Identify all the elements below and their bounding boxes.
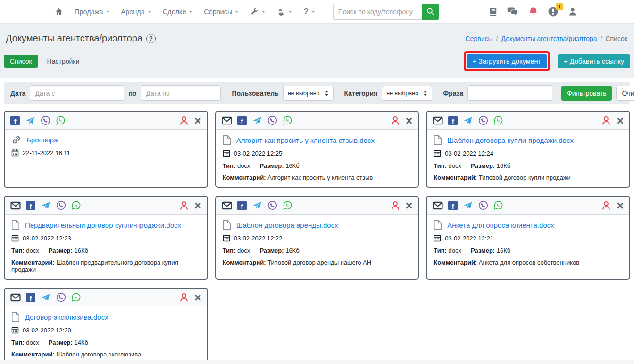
- email-share-icon[interactable]: [10, 201, 21, 210]
- title-help-icon[interactable]: ?: [146, 34, 156, 43]
- category-select[interactable]: не выбрано: [382, 86, 432, 101]
- telegram-share-icon[interactable]: [41, 293, 51, 302]
- close-icon[interactable]: ×: [194, 201, 201, 210]
- close-icon[interactable]: ×: [617, 201, 624, 210]
- whatsapp-share-icon[interactable]: [283, 116, 292, 125]
- comment-row: Комментарий: Типовой договор аренды наше…: [223, 259, 412, 266]
- breadcrumb-item[interactable]: Сервисы: [466, 35, 493, 42]
- nav-item[interactable]: Продажа: [75, 8, 110, 16]
- email-share-icon[interactable]: [222, 201, 232, 210]
- meta-row: Тип: docx Размер: 16Кб: [434, 162, 623, 169]
- telegram-share-icon[interactable]: [252, 201, 262, 210]
- owner-icon[interactable]: [179, 200, 189, 211]
- email-share-icon[interactable]: [222, 116, 232, 125]
- wrench-icon[interactable]: [250, 8, 265, 16]
- owner-icon[interactable]: [601, 116, 611, 126]
- document-link[interactable]: Пердварительный договор купли-продажи.do…: [25, 221, 181, 229]
- email-share-icon[interactable]: [433, 116, 443, 125]
- updown-icon: [325, 90, 329, 97]
- journal-icon[interactable]: [489, 7, 497, 17]
- facebook-share-icon[interactable]: f: [26, 293, 35, 302]
- email-share-icon[interactable]: [433, 201, 443, 210]
- nav-item[interactable]: Аренда: [121, 8, 151, 16]
- phrase-input[interactable]: [467, 85, 552, 101]
- file-icon: [223, 220, 231, 230]
- whatsapp-share-icon[interactable]: [493, 116, 503, 125]
- document-link[interactable]: Шаблон договора аренды.docx: [236, 221, 338, 229]
- help-menu[interactable]: ?: [303, 7, 315, 17]
- tab-settings[interactable]: Настройки: [41, 55, 86, 68]
- facebook-share-icon[interactable]: f: [237, 116, 247, 125]
- date-to-input[interactable]: [141, 85, 221, 101]
- whatsapp-share-icon[interactable]: [71, 200, 81, 210]
- search-button[interactable]: [422, 4, 439, 20]
- document-date: 03-02-2022 12:25: [234, 150, 283, 157]
- close-icon[interactable]: ×: [194, 116, 201, 125]
- telegram-share-icon[interactable]: [41, 201, 51, 210]
- user-select[interactable]: не выбрано: [283, 86, 334, 101]
- email-share-icon[interactable]: [10, 293, 21, 302]
- tab-list[interactable]: Список: [4, 55, 38, 68]
- breadcrumb-separator: /: [496, 35, 498, 42]
- close-icon[interactable]: ×: [194, 293, 201, 302]
- gear-icon[interactable]: [276, 7, 292, 16]
- telegram-share-icon[interactable]: [252, 116, 262, 125]
- phrase-label: Фраза: [443, 90, 463, 97]
- home-icon[interactable]: [55, 8, 63, 16]
- viber-share-icon[interactable]: [267, 200, 277, 210]
- calendar-icon: [223, 149, 230, 157]
- owner-icon[interactable]: [179, 292, 189, 303]
- main-content: Дата по Пользователь не выбрано Категори…: [0, 78, 634, 360]
- viber-share-icon[interactable]: [56, 292, 66, 302]
- whatsapp-share-icon[interactable]: [493, 200, 503, 210]
- add-link-button[interactable]: + Добавить ссылку: [558, 54, 630, 68]
- comment-text: Анкета для опросов собственников: [479, 259, 579, 266]
- alert-icon[interactable]: 1: [548, 6, 559, 17]
- telegram-share-icon[interactable]: [463, 116, 473, 125]
- whatsapp-share-icon[interactable]: [71, 292, 81, 302]
- viber-share-icon[interactable]: [41, 116, 50, 125]
- document-link[interactable]: Шаблон договора купли-продажи.docx: [447, 136, 574, 144]
- facebook-share-icon[interactable]: f: [10, 116, 20, 125]
- size-value: 16Кб: [75, 247, 88, 254]
- card-body: Шаблон договора купли-продажи.docx 03-02…: [427, 130, 629, 187]
- viber-share-icon[interactable]: [56, 200, 66, 210]
- close-icon[interactable]: ×: [617, 116, 624, 125]
- telegram-share-icon[interactable]: [463, 201, 473, 210]
- document-link[interactable]: Анкета для опроса клиента.docx: [447, 221, 554, 229]
- document-link[interactable]: Алгорит как просить у клиента отзыв.docx: [236, 136, 375, 144]
- document-link[interactable]: Договор эксклюзива.docx: [25, 313, 108, 321]
- document-link[interactable]: Брошюра: [26, 136, 58, 144]
- close-icon[interactable]: ×: [406, 201, 413, 210]
- search-group: [333, 4, 439, 20]
- breadcrumb-item[interactable]: Документы агентства/риэлтора: [501, 35, 597, 42]
- owner-icon[interactable]: [390, 116, 400, 126]
- facebook-share-icon[interactable]: f: [237, 201, 247, 210]
- help-menu-label: ?: [303, 7, 308, 17]
- search-input[interactable]: [333, 4, 422, 20]
- viber-share-icon[interactable]: [267, 116, 277, 125]
- facebook-share-icon[interactable]: f: [26, 201, 35, 210]
- upload-document-button[interactable]: + Загрузить документ: [467, 54, 548, 68]
- viber-share-icon[interactable]: [478, 116, 488, 125]
- owner-icon[interactable]: [179, 116, 189, 126]
- chat-icon[interactable]: [507, 7, 519, 17]
- bell-icon[interactable]: [528, 7, 538, 17]
- comment-row: Комментарий: Анкета для опросов собствен…: [434, 259, 623, 266]
- nav-item[interactable]: Сервисы: [204, 8, 239, 16]
- filter-button[interactable]: Фильтровать: [561, 86, 612, 101]
- telegram-share-icon[interactable]: [25, 116, 35, 125]
- user-icon[interactable]: [568, 7, 577, 17]
- nav-item[interactable]: Сделки: [163, 8, 192, 16]
- date-from-input[interactable]: [30, 85, 124, 101]
- facebook-share-icon[interactable]: f: [448, 201, 458, 210]
- whatsapp-share-icon[interactable]: [56, 116, 66, 125]
- facebook-share-icon[interactable]: f: [448, 116, 458, 125]
- whatsapp-share-icon[interactable]: [283, 200, 292, 210]
- owner-icon[interactable]: [601, 200, 611, 211]
- type-label: Тип:: [434, 247, 447, 254]
- clear-button[interactable]: Очистить: [616, 86, 634, 101]
- owner-icon[interactable]: [390, 200, 400, 211]
- close-icon[interactable]: ×: [406, 116, 413, 125]
- viber-share-icon[interactable]: [478, 200, 488, 210]
